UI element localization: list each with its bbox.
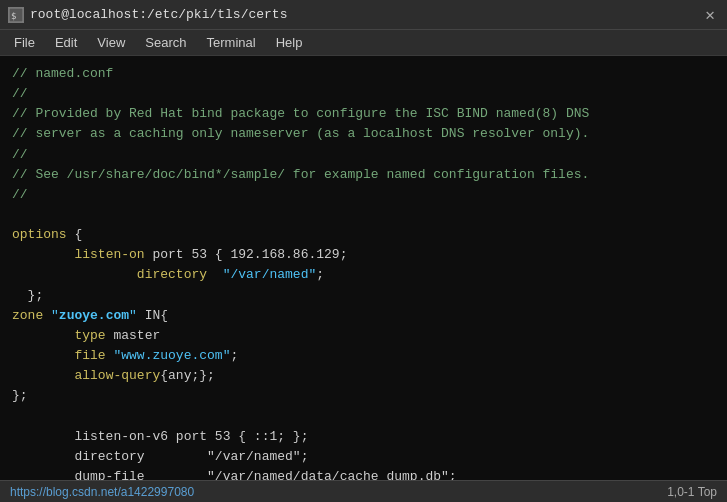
menu-terminal[interactable]: Terminal xyxy=(199,33,264,52)
window-title: root@localhost:/etc/pki/tls/certs xyxy=(30,7,287,22)
svg-text:$: $ xyxy=(11,11,16,21)
code-line: // server as a caching only nameserver (… xyxy=(12,124,715,144)
terminal-content[interactable]: // named.conf // // Provided by Red Hat … xyxy=(0,56,727,480)
code-line: type master xyxy=(12,326,715,346)
code-line: // xyxy=(12,84,715,104)
code-line: // See /usr/share/doc/bind*/sample/ for … xyxy=(12,165,715,185)
menu-edit[interactable]: Edit xyxy=(47,33,85,52)
title-bar-left: $ root@localhost:/etc/pki/tls/certs xyxy=(8,7,287,23)
code-line xyxy=(12,406,715,426)
menu-view[interactable]: View xyxy=(89,33,133,52)
status-bar: https://blog.csdn.net/a1422997080 1,0-1 … xyxy=(0,480,727,502)
code-line: zone "zuoye.com" IN{ xyxy=(12,306,715,326)
title-bar: $ root@localhost:/etc/pki/tls/certs ✕ xyxy=(0,0,727,30)
code-line: // xyxy=(12,145,715,165)
menu-search[interactable]: Search xyxy=(137,33,194,52)
code-line: }; xyxy=(12,386,715,406)
code-line: listen-on port 53 { 192.168.86.129; xyxy=(12,245,715,265)
menu-help[interactable]: Help xyxy=(268,33,311,52)
status-position: 1,0-1 Top xyxy=(667,485,717,499)
menu-file[interactable]: File xyxy=(6,33,43,52)
terminal-icon: $ xyxy=(8,7,24,23)
code-line: dump-file "/var/named/data/cache_dump.db… xyxy=(12,467,715,480)
code-line: directory "/var/named"; xyxy=(12,447,715,467)
code-line xyxy=(12,205,715,225)
status-url: https://blog.csdn.net/a1422997080 xyxy=(10,485,194,499)
code-line: allow-query{any;}; xyxy=(12,366,715,386)
menu-bar: File Edit View Search Terminal Help xyxy=(0,30,727,56)
code-line: options { xyxy=(12,225,715,245)
code-line: file "www.zuoye.com"; xyxy=(12,346,715,366)
code-line: listen-on-v6 port 53 { ::1; }; xyxy=(12,427,715,447)
code-line: directory "/var/named"; xyxy=(12,265,715,285)
code-line: // xyxy=(12,185,715,205)
close-button[interactable]: ✕ xyxy=(701,5,719,25)
code-line: // named.conf xyxy=(12,64,715,84)
code-line: // Provided by Red Hat bind package to c… xyxy=(12,104,715,124)
code-line: }; xyxy=(12,286,715,306)
